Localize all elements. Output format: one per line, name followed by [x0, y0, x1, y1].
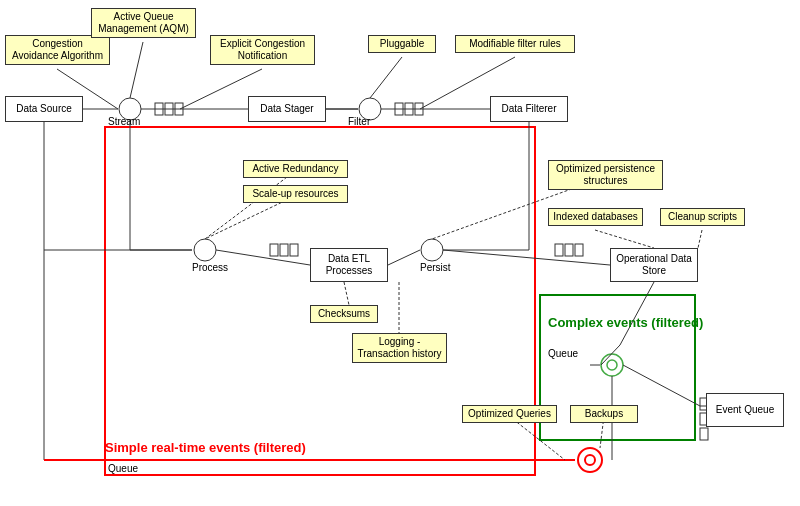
svg-point-30: [607, 360, 617, 370]
queue-label-2: Queue: [108, 463, 138, 474]
active-queue-label: Active Queue Management (AQM): [98, 11, 189, 34]
svg-rect-25: [555, 244, 563, 256]
active-queue-box: Active Queue Management (AQM): [91, 8, 196, 38]
svg-point-23: [421, 239, 443, 261]
cleanup-scripts-box: Cleanup scripts: [660, 208, 745, 226]
event-queue-label: Event Queue: [716, 404, 774, 416]
svg-line-44: [205, 171, 295, 239]
backups-box: Backups: [570, 405, 638, 423]
data-filterer-label: Data Filterer: [501, 103, 556, 115]
explicit-congestion-box: Explicit Congestion Notification: [210, 35, 315, 65]
svg-rect-36: [700, 428, 708, 440]
data-etl-label: Data ETL Processes: [315, 253, 383, 277]
svg-line-39: [130, 42, 143, 98]
filter-label: Filter: [348, 116, 370, 127]
indexed-databases-label: Indexed databases: [553, 211, 638, 222]
diagram: Congestion Avoidance Algorithm Active Qu…: [0, 0, 800, 506]
svg-line-24: [443, 250, 610, 265]
congestion-avoidance-box: Congestion Avoidance Algorithm: [5, 35, 110, 65]
cleanup-scripts-label: Cleanup scripts: [668, 211, 737, 222]
event-queue-box: Event Queue: [706, 393, 784, 427]
data-etl-box: Data ETL Processes: [310, 248, 388, 282]
scale-up-box: Scale-up resources: [243, 185, 348, 203]
logging-box: Logging - Transaction history: [352, 333, 447, 363]
svg-point-29: [601, 354, 623, 376]
pluggable-label: Pluggable: [380, 38, 424, 49]
data-source-label: Data Source: [16, 103, 72, 115]
optimized-persistence-box: Optimized persistence structures: [548, 160, 663, 190]
data-stager-box: Data Stager: [248, 96, 326, 122]
optimized-queries-label: Optimized Queries: [468, 408, 551, 419]
svg-rect-19: [270, 244, 278, 256]
checksums-label: Checksums: [318, 308, 370, 319]
svg-line-22: [388, 250, 420, 265]
pluggable-box: Pluggable: [368, 35, 436, 53]
svg-line-48: [698, 230, 702, 248]
data-source-box: Data Source: [5, 96, 83, 122]
scale-up-label: Scale-up resources: [252, 188, 338, 199]
optimized-queries-box: Optimized Queries: [462, 405, 557, 423]
svg-rect-21: [290, 244, 298, 256]
svg-point-33: [585, 455, 595, 465]
data-filterer-box: Data Filterer: [490, 96, 568, 122]
checksums-box: Checksums: [310, 305, 378, 323]
simple-realtime-label: Simple real-time events (filtered): [105, 440, 306, 455]
persist-label: Persist: [420, 262, 451, 273]
stream-label: Stream: [108, 116, 140, 127]
svg-line-47: [595, 230, 654, 248]
svg-rect-27: [575, 244, 583, 256]
svg-point-17: [194, 239, 216, 261]
svg-line-18: [216, 250, 310, 265]
svg-line-42: [370, 57, 402, 98]
active-redundancy-box: Active Redundancy: [243, 160, 348, 178]
operational-data-store-box: Operational Data Store: [610, 248, 698, 282]
svg-point-32: [578, 448, 602, 472]
process-label: Process: [192, 262, 228, 273]
optimized-persistence-label: Optimized persistence structures: [556, 163, 655, 186]
operational-data-store-label: Operational Data Store: [615, 253, 693, 277]
modifiable-filter-label: Modifiable filter rules: [469, 38, 561, 49]
indexed-databases-box: Indexed databases: [548, 208, 643, 226]
active-redundancy-label: Active Redundancy: [252, 163, 338, 174]
backups-label: Backups: [585, 408, 623, 419]
svg-rect-20: [280, 244, 288, 256]
complex-events-label: Complex events (filtered): [548, 315, 703, 330]
queue-label-1: Queue: [548, 348, 578, 359]
svg-line-49: [344, 282, 349, 305]
svg-line-37: [623, 365, 700, 406]
svg-rect-26: [565, 244, 573, 256]
congestion-avoidance-label: Congestion Avoidance Algorithm: [12, 38, 103, 61]
explicit-congestion-label: Explicit Congestion Notification: [220, 38, 305, 61]
modifiable-filter-box: Modifiable filter rules: [455, 35, 575, 53]
logging-label: Logging - Transaction history: [357, 336, 441, 359]
svg-line-51: [620, 282, 654, 345]
data-stager-label: Data Stager: [260, 103, 313, 115]
